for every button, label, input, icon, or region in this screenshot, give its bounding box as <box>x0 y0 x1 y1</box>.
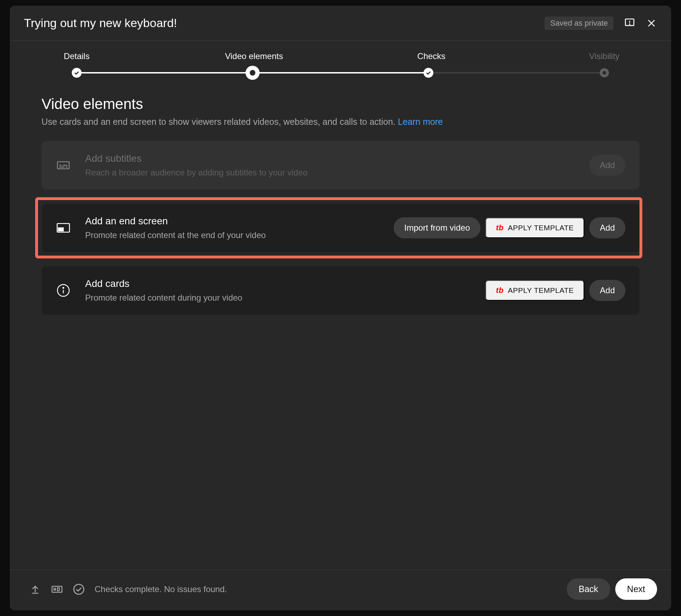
cards-text: Add cards Promote related content during… <box>85 278 471 303</box>
end-screen-card: Add an end screen Promote related conten… <box>42 204 639 252</box>
page-description-text: Use cards and an end screen to show view… <box>42 117 398 127</box>
dialog-title: Trying out my new keyboard! <box>24 16 177 30</box>
tubebuddy-icon: tb <box>496 223 504 232</box>
end-screen-actions: Import from video tb APPLY TEMPLATE Add <box>394 217 625 238</box>
upload-dialog: Trying out my new keyboard! Saved as pri… <box>10 6 671 610</box>
step-dot-checks[interactable] <box>424 68 433 78</box>
subtitles-add-button: Add <box>589 155 625 176</box>
subtitles-actions: Add <box>589 155 625 176</box>
cards-title: Add cards <box>85 278 471 289</box>
feedback-icon[interactable] <box>624 18 635 29</box>
end-screen-icon <box>56 220 71 236</box>
step-dot-video-elements[interactable] <box>246 66 260 80</box>
svg-point-18 <box>74 584 84 594</box>
step-checks-label[interactable]: Checks <box>407 51 456 61</box>
step-video-elements-label[interactable]: Video elements <box>225 51 283 61</box>
subtitles-icon <box>56 158 71 173</box>
saved-status-badge: Saved as private <box>545 17 613 30</box>
upload-icon[interactable] <box>29 583 41 595</box>
close-icon[interactable] <box>646 18 657 29</box>
subtitles-title: Add subtitles <box>85 153 575 164</box>
info-icon <box>56 283 71 298</box>
footer-actions: Back Next <box>567 578 657 600</box>
end-screen-title: Add an end screen <box>85 216 380 227</box>
next-button[interactable]: Next <box>615 578 657 600</box>
stepper-track <box>77 68 604 78</box>
hd-icon[interactable] <box>51 583 63 595</box>
apply-template-label: APPLY TEMPLATE <box>508 286 574 295</box>
end-screen-text: Add an end screen Promote related conten… <box>85 216 380 240</box>
svg-point-14 <box>63 287 64 288</box>
subtitles-text: Add subtitles Reach a broader audience b… <box>85 153 575 178</box>
apply-template-cards-button[interactable]: tb APPLY TEMPLATE <box>485 280 584 301</box>
dialog-content: Video elements Use cards and an end scre… <box>10 82 671 570</box>
end-screen-description: Promote related content at the end of yo… <box>85 230 380 240</box>
progress-stepper: Details Video elements Checks Visibility <box>10 41 671 82</box>
page-description: Use cards and an end screen to show view… <box>42 117 639 127</box>
step-visibility-label[interactable]: Visibility <box>580 51 629 61</box>
dialog-footer: Checks complete. No issues found. Back N… <box>10 570 671 610</box>
apply-template-end-screen-button[interactable]: tb APPLY TEMPLATE <box>485 218 584 238</box>
svg-point-2 <box>629 24 630 24</box>
back-button[interactable]: Back <box>567 578 610 600</box>
subtitles-card: Add subtitles Reach a broader audience b… <box>42 141 639 190</box>
cards-card: Add cards Promote related content during… <box>42 266 639 315</box>
svg-rect-11 <box>58 228 63 231</box>
page-title: Video elements <box>42 96 639 113</box>
subtitles-description: Reach a broader audience by adding subti… <box>85 168 575 178</box>
tubebuddy-icon: tb <box>496 286 504 295</box>
import-from-video-button[interactable]: Import from video <box>394 217 480 238</box>
svg-rect-17 <box>52 586 62 592</box>
dialog-header: Trying out my new keyboard! Saved as pri… <box>10 6 671 41</box>
header-actions: Saved as private <box>545 17 657 30</box>
step-dot-details[interactable] <box>72 68 82 78</box>
cards-add-button[interactable]: Add <box>589 280 625 301</box>
footer-status-area: Checks complete. No issues found. <box>29 583 227 595</box>
end-screen-highlight: Add an end screen Promote related conten… <box>35 197 642 258</box>
apply-template-label: APPLY TEMPLATE <box>508 224 574 232</box>
footer-status-text: Checks complete. No issues found. <box>95 584 227 594</box>
cards-actions: tb APPLY TEMPLATE Add <box>485 280 625 301</box>
learn-more-link[interactable]: Learn more <box>398 117 443 127</box>
step-details-label[interactable]: Details <box>52 51 101 61</box>
cards-description: Promote related content during your vide… <box>85 293 471 303</box>
step-dot-visibility[interactable] <box>600 68 609 77</box>
checks-complete-icon[interactable] <box>73 583 85 595</box>
end-screen-add-button[interactable]: Add <box>589 217 625 238</box>
